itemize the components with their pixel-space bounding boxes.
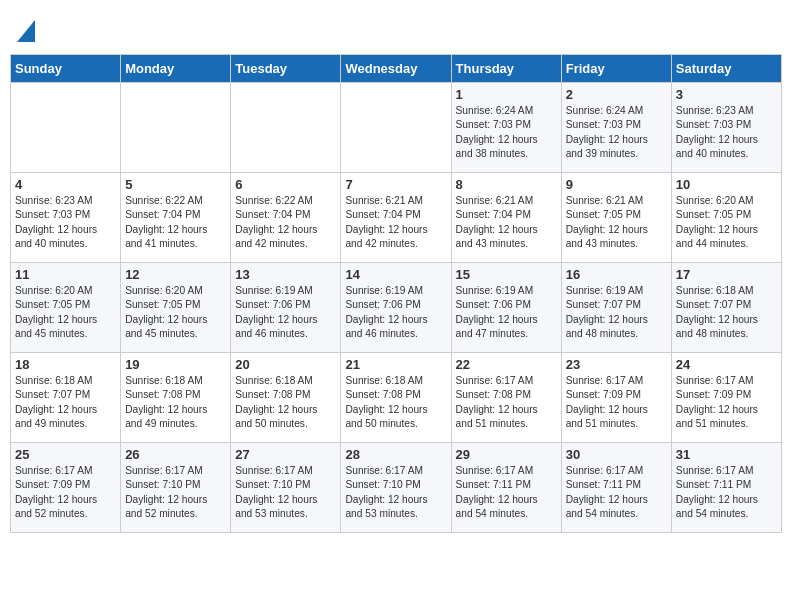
day-info: Sunrise: 6:20 AM Sunset: 7:05 PM Dayligh…	[125, 284, 226, 341]
week-row-1: 1Sunrise: 6:24 AM Sunset: 7:03 PM Daylig…	[11, 83, 782, 173]
day-info: Sunrise: 6:18 AM Sunset: 7:07 PM Dayligh…	[15, 374, 116, 431]
day-info: Sunrise: 6:17 AM Sunset: 7:11 PM Dayligh…	[676, 464, 777, 521]
day-info: Sunrise: 6:18 AM Sunset: 7:08 PM Dayligh…	[235, 374, 336, 431]
calendar-cell: 29Sunrise: 6:17 AM Sunset: 7:11 PM Dayli…	[451, 443, 561, 533]
week-row-2: 4Sunrise: 6:23 AM Sunset: 7:03 PM Daylig…	[11, 173, 782, 263]
day-number: 25	[15, 447, 116, 462]
header-cell-saturday: Saturday	[671, 55, 781, 83]
day-number: 24	[676, 357, 777, 372]
day-info: Sunrise: 6:18 AM Sunset: 7:08 PM Dayligh…	[125, 374, 226, 431]
day-info: Sunrise: 6:17 AM Sunset: 7:10 PM Dayligh…	[235, 464, 336, 521]
calendar-cell: 1Sunrise: 6:24 AM Sunset: 7:03 PM Daylig…	[451, 83, 561, 173]
day-info: Sunrise: 6:17 AM Sunset: 7:10 PM Dayligh…	[125, 464, 226, 521]
day-number: 27	[235, 447, 336, 462]
day-info: Sunrise: 6:17 AM Sunset: 7:11 PM Dayligh…	[456, 464, 557, 521]
day-number: 14	[345, 267, 446, 282]
calendar-cell: 24Sunrise: 6:17 AM Sunset: 7:09 PM Dayli…	[671, 353, 781, 443]
day-info: Sunrise: 6:20 AM Sunset: 7:05 PM Dayligh…	[676, 194, 777, 251]
calendar-cell: 11Sunrise: 6:20 AM Sunset: 7:05 PM Dayli…	[11, 263, 121, 353]
calendar-cell: 20Sunrise: 6:18 AM Sunset: 7:08 PM Dayli…	[231, 353, 341, 443]
week-row-5: 25Sunrise: 6:17 AM Sunset: 7:09 PM Dayli…	[11, 443, 782, 533]
day-number: 29	[456, 447, 557, 462]
header-cell-sunday: Sunday	[11, 55, 121, 83]
day-number: 23	[566, 357, 667, 372]
day-number: 13	[235, 267, 336, 282]
calendar-cell: 2Sunrise: 6:24 AM Sunset: 7:03 PM Daylig…	[561, 83, 671, 173]
calendar-cell: 8Sunrise: 6:21 AM Sunset: 7:04 PM Daylig…	[451, 173, 561, 263]
day-number: 30	[566, 447, 667, 462]
calendar-table: SundayMondayTuesdayWednesdayThursdayFrid…	[10, 54, 782, 533]
header-row: SundayMondayTuesdayWednesdayThursdayFrid…	[11, 55, 782, 83]
day-number: 8	[456, 177, 557, 192]
day-number: 3	[676, 87, 777, 102]
day-number: 9	[566, 177, 667, 192]
calendar-cell: 27Sunrise: 6:17 AM Sunset: 7:10 PM Dayli…	[231, 443, 341, 533]
calendar-cell: 16Sunrise: 6:19 AM Sunset: 7:07 PM Dayli…	[561, 263, 671, 353]
calendar-cell: 15Sunrise: 6:19 AM Sunset: 7:06 PM Dayli…	[451, 263, 561, 353]
calendar-cell: 30Sunrise: 6:17 AM Sunset: 7:11 PM Dayli…	[561, 443, 671, 533]
day-number: 28	[345, 447, 446, 462]
day-number: 31	[676, 447, 777, 462]
calendar-cell	[231, 83, 341, 173]
calendar-cell: 31Sunrise: 6:17 AM Sunset: 7:11 PM Dayli…	[671, 443, 781, 533]
day-info: Sunrise: 6:24 AM Sunset: 7:03 PM Dayligh…	[566, 104, 667, 161]
calendar-header: SundayMondayTuesdayWednesdayThursdayFrid…	[11, 55, 782, 83]
header-cell-tuesday: Tuesday	[231, 55, 341, 83]
day-info: Sunrise: 6:22 AM Sunset: 7:04 PM Dayligh…	[235, 194, 336, 251]
calendar-cell	[11, 83, 121, 173]
day-info: Sunrise: 6:21 AM Sunset: 7:04 PM Dayligh…	[456, 194, 557, 251]
day-info: Sunrise: 6:24 AM Sunset: 7:03 PM Dayligh…	[456, 104, 557, 161]
day-number: 17	[676, 267, 777, 282]
calendar-cell: 3Sunrise: 6:23 AM Sunset: 7:03 PM Daylig…	[671, 83, 781, 173]
calendar-cell	[121, 83, 231, 173]
day-info: Sunrise: 6:23 AM Sunset: 7:03 PM Dayligh…	[15, 194, 116, 251]
day-number: 22	[456, 357, 557, 372]
week-row-4: 18Sunrise: 6:18 AM Sunset: 7:07 PM Dayli…	[11, 353, 782, 443]
day-info: Sunrise: 6:19 AM Sunset: 7:06 PM Dayligh…	[456, 284, 557, 341]
day-info: Sunrise: 6:22 AM Sunset: 7:04 PM Dayligh…	[125, 194, 226, 251]
calendar-cell: 18Sunrise: 6:18 AM Sunset: 7:07 PM Dayli…	[11, 353, 121, 443]
day-info: Sunrise: 6:19 AM Sunset: 7:07 PM Dayligh…	[566, 284, 667, 341]
calendar-cell: 22Sunrise: 6:17 AM Sunset: 7:08 PM Dayli…	[451, 353, 561, 443]
day-number: 19	[125, 357, 226, 372]
calendar-body: 1Sunrise: 6:24 AM Sunset: 7:03 PM Daylig…	[11, 83, 782, 533]
day-info: Sunrise: 6:18 AM Sunset: 7:07 PM Dayligh…	[676, 284, 777, 341]
calendar-cell: 23Sunrise: 6:17 AM Sunset: 7:09 PM Dayli…	[561, 353, 671, 443]
day-info: Sunrise: 6:19 AM Sunset: 7:06 PM Dayligh…	[345, 284, 446, 341]
week-row-3: 11Sunrise: 6:20 AM Sunset: 7:05 PM Dayli…	[11, 263, 782, 353]
calendar-cell: 4Sunrise: 6:23 AM Sunset: 7:03 PM Daylig…	[11, 173, 121, 263]
calendar-cell: 6Sunrise: 6:22 AM Sunset: 7:04 PM Daylig…	[231, 173, 341, 263]
calendar-cell: 7Sunrise: 6:21 AM Sunset: 7:04 PM Daylig…	[341, 173, 451, 263]
header-cell-monday: Monday	[121, 55, 231, 83]
day-number: 26	[125, 447, 226, 462]
logo-icon	[17, 20, 35, 42]
header-cell-wednesday: Wednesday	[341, 55, 451, 83]
day-info: Sunrise: 6:21 AM Sunset: 7:05 PM Dayligh…	[566, 194, 667, 251]
page-header	[10, 10, 782, 46]
day-number: 12	[125, 267, 226, 282]
day-number: 1	[456, 87, 557, 102]
day-number: 21	[345, 357, 446, 372]
svg-marker-0	[17, 20, 35, 42]
calendar-cell: 5Sunrise: 6:22 AM Sunset: 7:04 PM Daylig…	[121, 173, 231, 263]
day-number: 11	[15, 267, 116, 282]
day-info: Sunrise: 6:20 AM Sunset: 7:05 PM Dayligh…	[15, 284, 116, 341]
calendar-cell: 13Sunrise: 6:19 AM Sunset: 7:06 PM Dayli…	[231, 263, 341, 353]
calendar-cell: 21Sunrise: 6:18 AM Sunset: 7:08 PM Dayli…	[341, 353, 451, 443]
day-number: 10	[676, 177, 777, 192]
day-number: 2	[566, 87, 667, 102]
day-info: Sunrise: 6:23 AM Sunset: 7:03 PM Dayligh…	[676, 104, 777, 161]
calendar-cell: 12Sunrise: 6:20 AM Sunset: 7:05 PM Dayli…	[121, 263, 231, 353]
day-number: 6	[235, 177, 336, 192]
day-number: 5	[125, 177, 226, 192]
calendar-cell	[341, 83, 451, 173]
day-info: Sunrise: 6:18 AM Sunset: 7:08 PM Dayligh…	[345, 374, 446, 431]
header-cell-thursday: Thursday	[451, 55, 561, 83]
day-info: Sunrise: 6:17 AM Sunset: 7:10 PM Dayligh…	[345, 464, 446, 521]
day-info: Sunrise: 6:21 AM Sunset: 7:04 PM Dayligh…	[345, 194, 446, 251]
day-info: Sunrise: 6:17 AM Sunset: 7:09 PM Dayligh…	[676, 374, 777, 431]
day-info: Sunrise: 6:19 AM Sunset: 7:06 PM Dayligh…	[235, 284, 336, 341]
day-number: 20	[235, 357, 336, 372]
calendar-cell: 14Sunrise: 6:19 AM Sunset: 7:06 PM Dayli…	[341, 263, 451, 353]
calendar-cell: 9Sunrise: 6:21 AM Sunset: 7:05 PM Daylig…	[561, 173, 671, 263]
